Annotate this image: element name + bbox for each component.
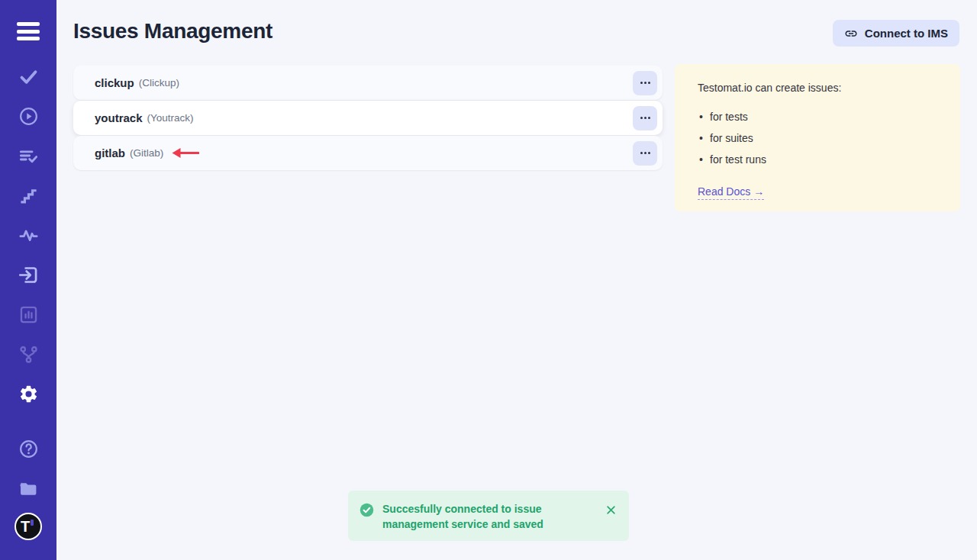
ims-type: (Youtrack) [147, 112, 194, 124]
success-check-icon [360, 503, 374, 517]
sidebar-nav [0, 66, 56, 404]
ims-name: clickup [95, 76, 134, 89]
sign-in-icon[interactable] [18, 265, 39, 285]
row-menu-button[interactable] [633, 106, 657, 130]
play-circle-icon[interactable] [18, 106, 39, 127]
success-toast: Succesfully connected to issue managemen… [348, 491, 629, 541]
menu-icon[interactable] [17, 22, 40, 40]
ims-name: youtrack [95, 111, 143, 124]
folder-icon[interactable] [18, 478, 39, 499]
ims-type: (Gitlab) [130, 147, 163, 159]
sidebar-bottom [0, 439, 56, 499]
ims-row-youtrack[interactable]: youtrack (Youtrack) [73, 101, 663, 135]
info-bullet: for test runs [698, 153, 937, 166]
row-menu-button[interactable] [633, 71, 657, 95]
main-content: Issues Management Connect to IMS clickup… [56, 0, 977, 560]
connect-to-ims-button[interactable]: Connect to IMS [833, 20, 959, 47]
list-check-icon[interactable] [18, 146, 39, 166]
row-menu-button[interactable] [633, 141, 657, 166]
read-docs-link[interactable]: Read Docs → [698, 185, 764, 200]
info-bullet: for tests [698, 111, 937, 123]
info-bullet-list: for tests for suites for test runs [698, 111, 937, 166]
sidebar: T [0, 0, 56, 560]
ims-type: (Clickup) [139, 77, 179, 89]
testomat-logo[interactable]: T [15, 513, 42, 540]
close-icon[interactable] [604, 503, 618, 517]
bar-chart-icon[interactable] [18, 304, 39, 325]
toast-message: Succesfully connected to issue managemen… [382, 501, 596, 532]
pulse-icon[interactable] [18, 225, 39, 246]
red-left-arrow-annotation [170, 147, 199, 159]
steps-icon[interactable] [18, 185, 39, 206]
ims-list: clickup (Clickup) youtrack (Youtrack) gi… [73, 66, 663, 171]
git-branch-icon[interactable] [18, 344, 39, 365]
check-icon[interactable] [18, 66, 39, 87]
info-bullet: for suites [698, 132, 937, 144]
info-box: Testomat.io can create issues: for tests… [675, 64, 960, 211]
link-icon [844, 27, 858, 40]
help-icon[interactable] [18, 439, 39, 459]
page-title: Issues Management [73, 19, 272, 43]
gear-icon[interactable] [18, 384, 39, 404]
ims-row-gitlab[interactable]: gitlab (Gitlab) [73, 136, 663, 170]
connect-to-ims-label: Connect to IMS [865, 27, 948, 40]
ims-name: gitlab [95, 146, 125, 159]
info-box-title: Testomat.io can create issues: [698, 82, 937, 94]
ims-row-clickup[interactable]: clickup (Clickup) [73, 66, 663, 100]
